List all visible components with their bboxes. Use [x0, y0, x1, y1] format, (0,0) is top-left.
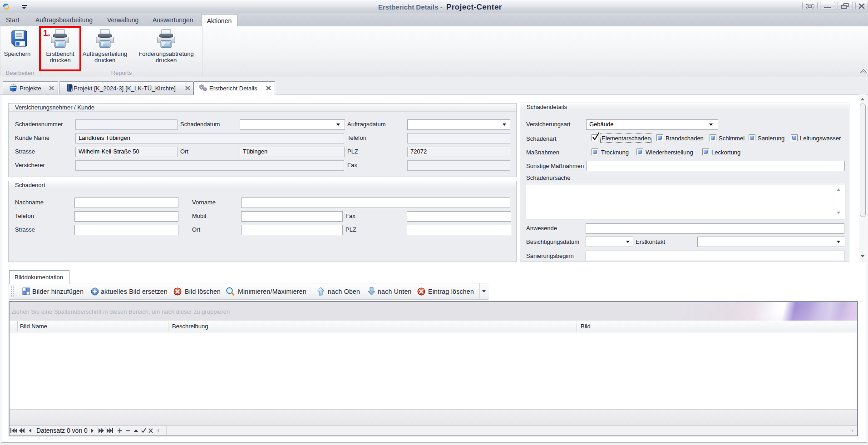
svg-text:Datensatz 0 von 0: Datensatz 0 von 0	[36, 427, 88, 434]
